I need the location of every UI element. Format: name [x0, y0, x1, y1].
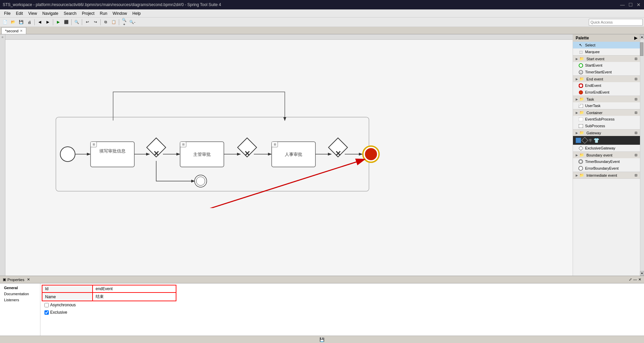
scroll-down-btn[interactable]: ▼ [640, 271, 644, 276]
palette-item-usertask[interactable]: UserTask [573, 102, 640, 109]
task-collapse-icon[interactable]: ⊟ [635, 97, 637, 101]
tb-debug[interactable]: ⬛ [63, 19, 70, 26]
timer-boundary-icon [578, 159, 583, 164]
intermediate-event-inner [196, 177, 205, 185]
task3-icon: ⊞ [274, 143, 276, 146]
timer-start-icon: ⏱ [578, 70, 583, 74]
palette-boundary-header[interactable]: ▶ 📁 Boundary event ⊟ [573, 152, 640, 158]
task1-shape[interactable] [91, 142, 134, 167]
palette-item-exclusivegw[interactable]: ExclusiveGateway [573, 145, 640, 151]
tb-undo[interactable]: ↩ [83, 19, 91, 26]
tb-print[interactable]: 🖨 [26, 19, 33, 26]
properties-action2[interactable]: — [633, 277, 637, 282]
svg-rect-12 [579, 117, 583, 121]
menu-view[interactable]: View [26, 10, 40, 16]
tb-redo[interactable]: ↪ [92, 19, 99, 26]
prop-name-value[interactable]: 结束 [93, 293, 176, 301]
palette-section-task: ▶ 📁 Task ⊟ UserTask [573, 96, 640, 109]
palette-item-eventsubprocess[interactable]: EventSubProcess [573, 116, 640, 123]
async-checkbox[interactable] [44, 303, 49, 307]
close-button[interactable]: ✕ [636, 2, 641, 7]
tb-run[interactable]: ▶ [55, 19, 62, 26]
properties-status-bar: 💾 [0, 336, 644, 343]
svg-rect-11 [579, 104, 580, 106]
palette-gateway-header[interactable]: ▶ 📁 Gateway ⊟ [573, 130, 640, 136]
palette-header: Palette ▶ [573, 34, 640, 42]
tb-zoom-in[interactable]: 🔍+ [121, 19, 128, 26]
palette-expand-icon[interactable]: ▶ [634, 36, 637, 40]
gw-icon-1[interactable] [576, 138, 581, 143]
palette-item-startevent[interactable]: StartEvent [573, 62, 640, 69]
menu-navigate[interactable]: Navigate [40, 10, 61, 16]
palette-item-marquee[interactable]: ⬚ Marquee [573, 48, 640, 55]
bpmn-canvas[interactable]: ⊞ 填写审批信息 ✕ ⊞ 主管审批 ✕ [5, 40, 430, 208]
menu-run[interactable]: Run [97, 10, 110, 16]
menu-file[interactable]: File [1, 10, 13, 16]
menu-project[interactable]: Project [79, 10, 97, 16]
gw-icon-3[interactable]: 👕 [594, 137, 598, 143]
prop-tab-documentation[interactable]: Documentation [0, 291, 40, 297]
palette-end-header[interactable]: ▶ 📁 End event ⊟ [573, 76, 640, 82]
scroll-thumb[interactable] [640, 42, 643, 56]
tb-paste[interactable]: 📋 [110, 19, 117, 26]
start-event-shape[interactable] [60, 147, 75, 162]
prop-tab-listeners[interactable]: Listeners [0, 297, 40, 303]
menu-search[interactable]: Search [61, 10, 79, 16]
tab-close-icon[interactable]: ✕ [20, 29, 23, 33]
maximize-button[interactable]: ☐ [628, 2, 633, 7]
prop-row-id: Id endEvent [42, 285, 176, 293]
palette-item-boundary2[interactable]: ErrorBoundaryEvent [573, 165, 640, 172]
task2-label: 主管审批 [193, 152, 211, 157]
tb-zoom-out[interactable]: 🔍- [129, 19, 136, 26]
palette-startevent-label: StartEvent [585, 63, 602, 67]
palette-item-timerstart[interactable]: ⏱ TimerStartEvent [573, 69, 640, 75]
palette-endevent2-label: ErrorEndEvent [585, 90, 609, 94]
properties-icon: ▣ [3, 277, 6, 282]
menu-edit[interactable]: Edit [13, 10, 26, 16]
palette-item-container2[interactable]: SubProcess [573, 123, 640, 129]
palette-task-header[interactable]: ▶ 📁 Task ⊟ [573, 96, 640, 102]
boundary-collapse-icon[interactable]: ⊟ [635, 153, 637, 157]
palette-item-endevent2[interactable]: ErrorEndEvent [573, 89, 640, 96]
properties-panel: ▣ Properties ✕ ⤢ — ✕ General Documentati… [0, 276, 644, 343]
palette-scrollbar[interactable]: ▲ ▼ [640, 34, 644, 276]
palette-start-header[interactable]: ▶ 📁 Start event ⊟ [573, 56, 640, 62]
tb-search[interactable]: 🔍 [73, 19, 80, 26]
palette-timerboundary-label: TimerBoundaryEvent [585, 160, 620, 164]
canvas-area[interactable]: ⊞ 填写审批信息 ✕ ⊞ 主管审批 ✕ [5, 34, 573, 276]
tb-copy[interactable]: ⧉ [102, 19, 109, 26]
tb-back[interactable]: ◀ [36, 19, 43, 26]
tb-new[interactable]: 📄 [1, 19, 9, 26]
quick-access-input[interactable] [589, 19, 643, 26]
prop-tab-general[interactable]: General [0, 285, 40, 291]
gw-icon-2[interactable] [581, 137, 588, 144]
gateway-collapse-icon[interactable]: ⊟ [635, 131, 637, 135]
palette-item-timerboundary[interactable]: TimerBoundaryEvent [573, 158, 640, 165]
end-folder-icon: 📁 [579, 77, 584, 81]
scroll-up-btn[interactable]: ▲ [640, 34, 644, 39]
exclusive-checkbox[interactable] [44, 310, 49, 315]
end-collapse-icon[interactable]: ⊟ [635, 77, 637, 81]
cursor-icon: ↖ [578, 43, 583, 47]
svg-point-9 [579, 91, 582, 94]
tb-save[interactable]: 💾 [18, 19, 25, 26]
container-collapse-icon[interactable]: ⊟ [635, 111, 637, 114]
tb-fwd[interactable]: ▶ [44, 19, 52, 26]
properties-action1[interactable]: ⤢ [629, 277, 632, 282]
menu-help[interactable]: Help [130, 10, 143, 16]
tb-open[interactable]: 📂 [9, 19, 17, 26]
exclusive-gw-icon [578, 146, 583, 150]
start-circle-icon [578, 63, 583, 68]
palette-intermediate-header[interactable]: ▶ 📁 Intermediate event ⊟ [573, 172, 640, 178]
tab-second[interactable]: *second ✕ [1, 27, 26, 34]
palette-item-endevent[interactable]: EndEvent [573, 82, 640, 89]
minimize-button[interactable]: — [620, 2, 625, 7]
properties-action3[interactable]: ✕ [638, 277, 641, 282]
start-collapse-icon[interactable]: ⊟ [635, 57, 637, 61]
palette-item-select[interactable]: ↖ Select [573, 42, 640, 48]
intermediate-collapse-icon[interactable]: ⊟ [635, 173, 637, 177]
properties-tabs: General Documentation Listeners [0, 283, 40, 336]
menu-window[interactable]: Window [110, 10, 130, 16]
palette-container-header[interactable]: ▶ 📁 Container ⊟ [573, 109, 640, 116]
prop-id-value[interactable]: endEvent [93, 285, 176, 293]
